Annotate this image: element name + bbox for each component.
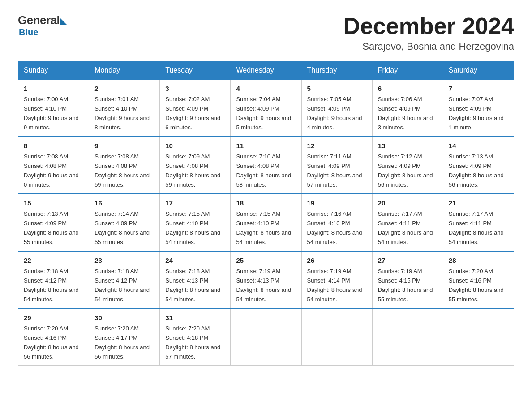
table-row: 12 Sunrise: 7:11 AMSunset: 4:09 PMDaylig… bbox=[301, 137, 372, 194]
day-number: 10 bbox=[165, 141, 225, 151]
calendar-week-row: 29 Sunrise: 7:20 AMSunset: 4:16 PMDaylig… bbox=[18, 308, 514, 365]
day-info: Sunrise: 7:20 AMSunset: 4:16 PMDaylight:… bbox=[24, 325, 79, 360]
calendar-table: Sunday Monday Tuesday Wednesday Thursday… bbox=[18, 61, 514, 366]
day-info: Sunrise: 7:06 AMSunset: 4:09 PMDaylight:… bbox=[378, 96, 433, 131]
location-text: Sarajevo, Bosnia and Herzegovina bbox=[343, 41, 514, 52]
day-number: 5 bbox=[307, 83, 367, 94]
day-number: 8 bbox=[24, 141, 83, 151]
day-number: 26 bbox=[307, 255, 367, 265]
day-info: Sunrise: 7:08 AMSunset: 4:08 PMDaylight:… bbox=[94, 153, 150, 188]
day-number: 23 bbox=[94, 255, 154, 265]
day-number: 18 bbox=[236, 198, 296, 208]
calendar-week-row: 22 Sunrise: 7:18 AMSunset: 4:12 PMDaylig… bbox=[18, 251, 514, 308]
calendar-week-row: 8 Sunrise: 7:08 AMSunset: 4:08 PMDayligh… bbox=[18, 137, 514, 194]
logo-triangle-icon bbox=[60, 18, 67, 25]
month-title: December 2024 bbox=[343, 13, 514, 39]
day-info: Sunrise: 7:18 AMSunset: 4:12 PMDaylight:… bbox=[94, 268, 150, 303]
table-row: 18 Sunrise: 7:15 AMSunset: 4:10 PMDaylig… bbox=[231, 194, 301, 251]
day-number: 25 bbox=[236, 255, 296, 265]
table-row bbox=[443, 308, 514, 365]
day-number: 28 bbox=[449, 255, 508, 265]
day-number: 31 bbox=[165, 313, 225, 323]
table-row: 9 Sunrise: 7:08 AMSunset: 4:08 PMDayligh… bbox=[89, 137, 160, 194]
day-number: 11 bbox=[236, 141, 296, 151]
day-number: 13 bbox=[378, 141, 438, 151]
header-wednesday: Wednesday bbox=[231, 62, 301, 80]
day-info: Sunrise: 7:20 AMSunset: 4:16 PMDaylight:… bbox=[449, 268, 504, 303]
table-row: 25 Sunrise: 7:19 AMSunset: 4:13 PMDaylig… bbox=[231, 251, 301, 308]
day-number: 21 bbox=[449, 198, 508, 208]
table-row: 8 Sunrise: 7:08 AMSunset: 4:08 PMDayligh… bbox=[18, 137, 89, 194]
header-sunday: Sunday bbox=[18, 62, 89, 80]
day-info: Sunrise: 7:02 AMSunset: 4:09 PMDaylight:… bbox=[165, 96, 220, 131]
table-row: 7 Sunrise: 7:07 AMSunset: 4:09 PMDayligh… bbox=[443, 79, 514, 137]
table-row: 11 Sunrise: 7:10 AMSunset: 4:08 PMDaylig… bbox=[231, 137, 301, 194]
weekday-header-row: Sunday Monday Tuesday Wednesday Thursday… bbox=[18, 62, 514, 80]
table-row: 23 Sunrise: 7:18 AMSunset: 4:12 PMDaylig… bbox=[89, 251, 160, 308]
day-info: Sunrise: 7:18 AMSunset: 4:13 PMDaylight:… bbox=[165, 268, 220, 303]
day-number: 15 bbox=[24, 198, 83, 208]
table-row: 20 Sunrise: 7:17 AMSunset: 4:11 PMDaylig… bbox=[372, 194, 443, 251]
day-info: Sunrise: 7:19 AMSunset: 4:15 PMDaylight:… bbox=[378, 268, 433, 303]
day-info: Sunrise: 7:17 AMSunset: 4:11 PMDaylight:… bbox=[378, 210, 433, 245]
table-row: 19 Sunrise: 7:16 AMSunset: 4:10 PMDaylig… bbox=[301, 194, 372, 251]
day-number: 24 bbox=[165, 255, 225, 265]
day-info: Sunrise: 7:20 AMSunset: 4:18 PMDaylight:… bbox=[165, 325, 220, 360]
table-row bbox=[301, 308, 372, 365]
table-row: 14 Sunrise: 7:13 AMSunset: 4:09 PMDaylig… bbox=[443, 137, 514, 194]
day-number: 1 bbox=[24, 83, 83, 94]
table-row: 6 Sunrise: 7:06 AMSunset: 4:09 PMDayligh… bbox=[372, 79, 443, 137]
table-row: 26 Sunrise: 7:19 AMSunset: 4:14 PMDaylig… bbox=[301, 251, 372, 308]
table-row bbox=[372, 308, 443, 365]
table-row: 5 Sunrise: 7:05 AMSunset: 4:09 PMDayligh… bbox=[301, 79, 372, 137]
day-info: Sunrise: 7:20 AMSunset: 4:17 PMDaylight:… bbox=[94, 325, 150, 360]
table-row: 1 Sunrise: 7:00 AMSunset: 4:10 PMDayligh… bbox=[18, 79, 89, 137]
day-number: 9 bbox=[94, 141, 154, 151]
table-row: 31 Sunrise: 7:20 AMSunset: 4:18 PMDaylig… bbox=[160, 308, 231, 365]
day-info: Sunrise: 7:19 AMSunset: 4:13 PMDaylight:… bbox=[236, 268, 291, 303]
table-row: 16 Sunrise: 7:14 AMSunset: 4:09 PMDaylig… bbox=[89, 194, 160, 251]
day-number: 14 bbox=[449, 141, 508, 151]
day-number: 30 bbox=[94, 313, 154, 323]
table-row: 4 Sunrise: 7:04 AMSunset: 4:09 PMDayligh… bbox=[231, 79, 301, 137]
header-thursday: Thursday bbox=[301, 62, 372, 80]
day-info: Sunrise: 7:01 AMSunset: 4:10 PMDaylight:… bbox=[94, 96, 150, 131]
day-number: 6 bbox=[378, 83, 438, 94]
table-row: 13 Sunrise: 7:12 AMSunset: 4:09 PMDaylig… bbox=[372, 137, 443, 194]
day-number: 3 bbox=[165, 83, 225, 94]
day-info: Sunrise: 7:04 AMSunset: 4:09 PMDaylight:… bbox=[236, 96, 291, 131]
day-info: Sunrise: 7:17 AMSunset: 4:11 PMDaylight:… bbox=[449, 210, 504, 245]
header-friday: Friday bbox=[372, 62, 443, 80]
day-info: Sunrise: 7:16 AMSunset: 4:10 PMDaylight:… bbox=[307, 210, 362, 245]
table-row: 30 Sunrise: 7:20 AMSunset: 4:17 PMDaylig… bbox=[89, 308, 160, 365]
day-info: Sunrise: 7:09 AMSunset: 4:08 PMDaylight:… bbox=[165, 153, 220, 188]
day-info: Sunrise: 7:19 AMSunset: 4:14 PMDaylight:… bbox=[307, 268, 362, 303]
table-row: 10 Sunrise: 7:09 AMSunset: 4:08 PMDaylig… bbox=[160, 137, 231, 194]
logo-blue-text: Blue bbox=[19, 27, 38, 38]
day-number: 4 bbox=[236, 83, 296, 94]
day-number: 27 bbox=[378, 255, 438, 265]
table-row: 27 Sunrise: 7:19 AMSunset: 4:15 PMDaylig… bbox=[372, 251, 443, 308]
day-number: 29 bbox=[24, 313, 83, 323]
day-info: Sunrise: 7:05 AMSunset: 4:09 PMDaylight:… bbox=[307, 96, 362, 131]
day-info: Sunrise: 7:10 AMSunset: 4:08 PMDaylight:… bbox=[236, 153, 291, 188]
day-number: 7 bbox=[449, 83, 508, 94]
table-row: 3 Sunrise: 7:02 AMSunset: 4:09 PMDayligh… bbox=[160, 79, 231, 137]
table-row: 29 Sunrise: 7:20 AMSunset: 4:16 PMDaylig… bbox=[18, 308, 89, 365]
day-info: Sunrise: 7:13 AMSunset: 4:09 PMDaylight:… bbox=[449, 153, 504, 188]
day-info: Sunrise: 7:07 AMSunset: 4:09 PMDaylight:… bbox=[449, 96, 504, 131]
table-row: 15 Sunrise: 7:13 AMSunset: 4:09 PMDaylig… bbox=[18, 194, 89, 251]
table-row bbox=[231, 308, 301, 365]
header-monday: Monday bbox=[89, 62, 160, 80]
day-info: Sunrise: 7:11 AMSunset: 4:09 PMDaylight:… bbox=[307, 153, 362, 188]
day-info: Sunrise: 7:00 AMSunset: 4:10 PMDaylight:… bbox=[24, 96, 79, 131]
table-row: 24 Sunrise: 7:18 AMSunset: 4:13 PMDaylig… bbox=[160, 251, 231, 308]
day-number: 20 bbox=[378, 198, 438, 208]
header-saturday: Saturday bbox=[443, 62, 514, 80]
day-info: Sunrise: 7:14 AMSunset: 4:09 PMDaylight:… bbox=[94, 210, 150, 245]
day-info: Sunrise: 7:12 AMSunset: 4:09 PMDaylight:… bbox=[378, 153, 433, 188]
day-number: 16 bbox=[94, 198, 154, 208]
logo-general-text: General bbox=[18, 13, 60, 27]
day-info: Sunrise: 7:15 AMSunset: 4:10 PMDaylight:… bbox=[236, 210, 291, 245]
table-row: 21 Sunrise: 7:17 AMSunset: 4:11 PMDaylig… bbox=[443, 194, 514, 251]
